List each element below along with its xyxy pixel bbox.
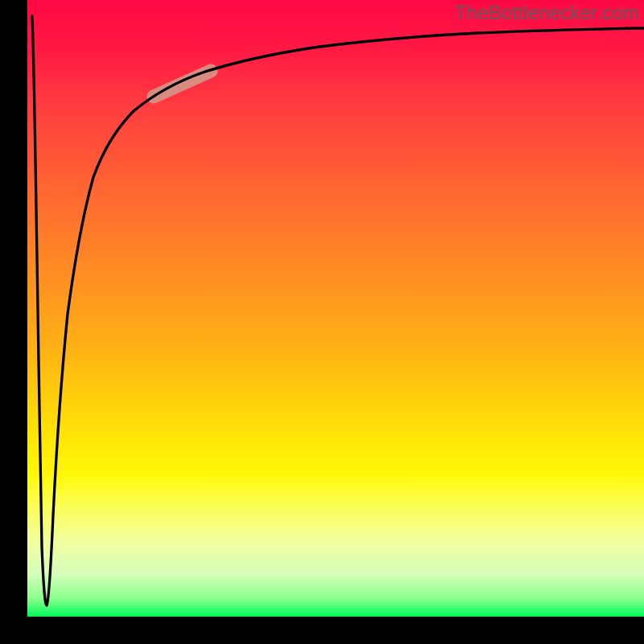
y-axis-band [0, 0, 27, 644]
plot-area [27, 0, 644, 617]
chart-svg [27, 0, 644, 617]
highlight-segment [154, 71, 211, 97]
x-axis-band [0, 617, 644, 644]
curve-line [32, 16, 644, 605]
watermark-text: TheBottlenecker.com [455, 2, 639, 24]
chart-container: TheBottlenecker.com [0, 0, 644, 644]
